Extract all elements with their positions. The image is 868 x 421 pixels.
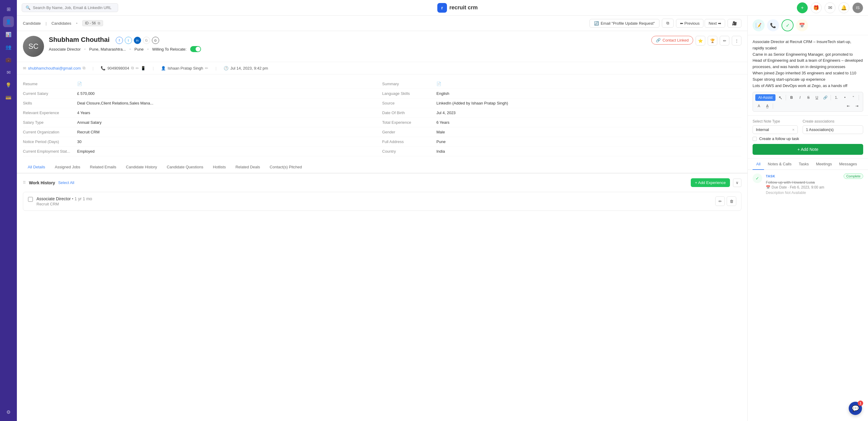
sidebar-icon-dashboard[interactable]: ⊞ (3, 4, 14, 14)
collapse-btn[interactable]: ∨ (733, 179, 741, 187)
edit-owner-icon[interactable]: ✏ (205, 66, 208, 70)
gender-label: Gender (382, 130, 436, 134)
toolbar-italic-btn[interactable]: I (796, 94, 804, 101)
more-options-btn[interactable]: ⋮ (732, 36, 741, 45)
toolbar-font-color-btn[interactable]: A (755, 102, 763, 109)
act-tab-all[interactable]: All (752, 159, 764, 170)
facebook-icon[interactable]: f (116, 37, 123, 44)
summary-value[interactable]: 📄 (436, 82, 741, 86)
toolbar-quote-btn[interactable]: " (849, 94, 857, 101)
linkedin-icon[interactable]: in (134, 37, 141, 44)
profile-info: Shubham Chouthai f t in G ⊙ As (49, 36, 647, 52)
toolbar-align-left-btn[interactable]: ⇤ (845, 102, 852, 109)
google-icon[interactable]: G (143, 37, 150, 44)
rp-notes-icon[interactable]: 📝 (752, 19, 765, 31)
relocate-toggle[interactable] (190, 46, 201, 52)
tab-contacts-pitched[interactable]: Contact(s) Pitched (265, 161, 307, 173)
toolbar-ordered-list-btn[interactable]: 1. (833, 94, 840, 101)
resume-value[interactable]: 📄 (77, 82, 382, 86)
add-note-btn[interactable]: + Add Note (752, 144, 863, 155)
task-title[interactable]: Follow up with Howard Lusa (766, 180, 863, 185)
trophy-icon-btn[interactable]: 🏆 (708, 36, 717, 45)
email-link[interactable]: shubhamchouthai@gmail.com (28, 66, 81, 70)
previous-btn[interactable]: ⬅ Previous (676, 19, 704, 28)
search-box[interactable]: 🔍 (22, 3, 118, 12)
github-icon[interactable]: ⊙ (152, 37, 159, 44)
copy-id-icon[interactable]: ⧉ (98, 21, 100, 25)
sidebar-icon-mail[interactable]: ✉ (3, 67, 14, 78)
associations-box[interactable]: 1 Association(s) (803, 125, 863, 134)
chat-bubble[interactable]: 💬 1 (849, 402, 862, 415)
copy-email-icon[interactable]: ⧉ (83, 66, 85, 70)
task-due: 📅 Due Date · Feb 6, 2023, 9:00 am (766, 185, 863, 189)
act-tab-messages[interactable]: Messages (835, 159, 861, 170)
tab-related-emails[interactable]: Related Emails (85, 161, 121, 173)
chat-icon: 💬 (852, 405, 859, 412)
right-panel-icons: 📝 📞 ✓ 📅 (748, 15, 868, 35)
toolbar-link-btn[interactable]: 🔗 (822, 94, 829, 101)
rp-phone-icon[interactable]: 📞 (767, 19, 779, 31)
clear-type-icon[interactable]: × (792, 127, 795, 132)
total-exp-value: 6 Years (436, 120, 741, 125)
next-btn[interactable]: Next ➡ (705, 19, 725, 28)
toolbar-underline-btn[interactable]: U (813, 94, 820, 101)
toolbar-cursor-icon[interactable]: ↖ (777, 94, 784, 101)
toolbar-bold-btn[interactable]: B (788, 94, 795, 101)
toolbar-align-right-btn[interactable]: ⇥ (853, 102, 861, 109)
rp-calendar-icon[interactable]: 📅 (796, 19, 808, 31)
add-button[interactable]: + (797, 2, 808, 13)
tab-candidate-history[interactable]: Candidate History (121, 161, 162, 173)
sidebar-icon-candidates[interactable]: 👤 (3, 16, 14, 27)
edit-job-btn[interactable]: ✏ (715, 196, 725, 206)
edit-icon-btn[interactable]: ✏ (720, 36, 730, 45)
twitter-icon[interactable]: t (125, 37, 132, 44)
search-input[interactable] (33, 5, 114, 10)
tab-related-deals[interactable]: Related Deals (230, 161, 265, 173)
add-experience-btn[interactable]: + Add Experience (691, 178, 730, 187)
drag-handle-icon[interactable]: ⠿ (23, 181, 26, 185)
note-text-content[interactable]: Associate Director at Recruit CRM – Insu… (752, 39, 863, 89)
tab-candidate-questions[interactable]: Candidate Questions (162, 161, 208, 173)
video-btn[interactable]: 🎥 (727, 19, 741, 28)
sidebar-icon-contacts[interactable]: 👥 (3, 41, 14, 53)
owner-name: Ishaan Pratap Singh (167, 66, 203, 70)
email-icon-button[interactable]: ✉ (825, 2, 835, 13)
sidebar-icon-analytics[interactable]: 📊 (3, 29, 14, 40)
follow-up-checkbox[interactable] (752, 137, 757, 141)
tab-assigned-jobs[interactable]: Assigned Jobs (50, 161, 85, 173)
gift-icon-button[interactable]: 🎁 (811, 2, 822, 13)
toolbar-unordered-list-btn[interactable]: • (841, 94, 848, 101)
act-tab-tasks[interactable]: Tasks (795, 159, 812, 170)
edit-phone-icon[interactable]: ✏ (135, 66, 139, 70)
tab-all-details[interactable]: All Details (23, 161, 50, 173)
star-icon-btn[interactable]: ⭐ (695, 36, 705, 45)
tab-hotlists[interactable]: Hotlists (208, 161, 231, 173)
toolbar-highlight-btn[interactable]: A̲ (764, 102, 771, 109)
rp-check-icon[interactable]: ✓ (781, 19, 794, 31)
language-label: Language Skills (382, 91, 436, 96)
sidebar-icon-jobs[interactable]: 💼 (3, 54, 14, 65)
profile-actions: 🔗 Contact Linked ⭐ 🏆 ✏ ⋮ (651, 36, 741, 45)
avatar-button[interactable]: IS (852, 2, 863, 13)
toolbar-strikethrough-btn[interactable]: S (805, 94, 812, 101)
job-checkbox[interactable] (28, 197, 33, 202)
email-profile-btn[interactable]: 🔄 Email "Profile Update Request" (590, 19, 659, 28)
job-duration: • 1 yr 1 mo (72, 196, 92, 201)
sidebar-icon-settings[interactable]: ⚙ (3, 407, 14, 417)
sidebar-icon-ideas[interactable]: 💡 (3, 79, 14, 90)
notification-icon-button[interactable]: 🔔 (838, 2, 849, 13)
note-type-label: Select Note Type (752, 119, 798, 124)
copy-btn[interactable]: ⧉ (662, 19, 674, 28)
skills-value: Deal Closure,Client Relations,Sales Mana… (77, 101, 382, 105)
whatsapp-icon[interactable]: 📱 (141, 66, 146, 70)
ai-assist-btn[interactable]: AI-Assist (755, 94, 775, 101)
note-type-select[interactable]: Internal × (752, 125, 798, 134)
copy-phone-icon[interactable]: ⧉ (131, 66, 134, 70)
sidebar-icon-billing[interactable]: 💳 (3, 92, 14, 103)
act-tab-notes[interactable]: Notes & Calls (764, 159, 795, 170)
contact-linked-btn[interactable]: 🔗 Contact Linked (651, 36, 693, 44)
delete-job-btn[interactable]: 🗑 (727, 196, 736, 206)
refresh-icon: 🔄 (594, 21, 599, 26)
select-all-btn[interactable]: Select All (58, 181, 74, 185)
act-tab-meetings[interactable]: Meetings (812, 159, 835, 170)
